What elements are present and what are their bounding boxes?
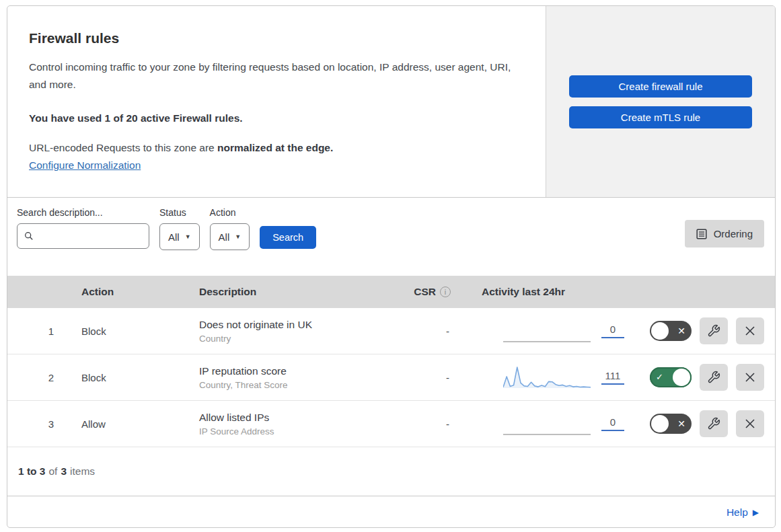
search-icon [24, 231, 34, 241]
wrench-icon [707, 417, 720, 430]
usage-summary: You have used 1 of 20 active Firewall ru… [29, 112, 519, 124]
activity-sparkline [503, 319, 591, 343]
rule-activity-cell: 0 [459, 319, 620, 343]
search-input-box[interactable] [17, 223, 149, 249]
normalization-note-text: URL-encoded Requests to this zone are [29, 142, 217, 153]
create-firewall-rule-button[interactable]: Create firewall rule [569, 75, 752, 98]
help-link[interactable]: Help ▶ [727, 506, 759, 519]
close-icon [744, 371, 756, 383]
ordering-button-label: Ordering [714, 228, 753, 239]
delete-rule-button[interactable] [736, 410, 764, 437]
close-icon [744, 325, 756, 337]
table-row: 1 Block Does not originate in UK Country… [7, 308, 775, 354]
check-icon: ✓ [656, 372, 663, 382]
help-row: Help ▶ [7, 496, 775, 528]
create-mtls-rule-button[interactable]: Create mTLS rule [569, 106, 752, 128]
activity-sparkline [503, 365, 591, 389]
list-document-icon [696, 229, 707, 239]
pagination-range: 1 to 3 [18, 465, 45, 478]
action-filter-group: Action All ▼ [210, 207, 250, 250]
page-title: Firewall rules [29, 30, 519, 46]
action-dropdown-value: All [219, 231, 230, 243]
rule-action: Allow [68, 418, 186, 430]
col-csr: CSR i [392, 286, 459, 298]
normalization-note: URL-encoded Requests to this zone are no… [29, 142, 519, 154]
rule-enabled-toggle[interactable]: ✓ ✕ [650, 367, 692, 387]
rule-controls: ✓ ✕ [620, 317, 775, 344]
rule-enabled-toggle[interactable]: ✓ ✕ [650, 414, 692, 434]
pagination-total: 3 [61, 465, 67, 478]
activity-sparkline [503, 412, 591, 436]
wrench-icon [707, 324, 720, 338]
table-header: Action Description CSR i Activity last 2… [7, 276, 775, 308]
x-icon: ✕ [677, 418, 685, 429]
pagination-summary: 1 to 3 of 3 items [7, 447, 775, 496]
firewall-rules-card: Firewall rules Control incoming traffic … [7, 5, 776, 528]
col-action: Action [68, 286, 186, 298]
edit-rule-button[interactable] [700, 364, 728, 391]
rule-activity-cell: 0 [459, 412, 620, 436]
rule-criteria: Country [199, 334, 392, 344]
toggle-knob [651, 322, 669, 340]
page-description: Control incoming traffic to your zone by… [29, 59, 513, 93]
rule-csr-value: - [392, 326, 459, 337]
rule-description: Allow listed IPs [199, 412, 392, 424]
rule-action: Block [68, 372, 186, 383]
actions-panel: Create firewall rule Create mTLS rule [546, 6, 775, 197]
delete-rule-button[interactable] [736, 364, 764, 391]
x-icon: ✕ [677, 326, 685, 336]
delete-rule-button[interactable] [736, 317, 764, 344]
info-icon[interactable]: i [440, 287, 451, 297]
rule-description-cell: IP reputation score Country, Threat Scor… [186, 365, 392, 390]
search-button[interactable]: Search [260, 226, 316, 249]
rule-index: 2 [7, 372, 68, 383]
edit-rule-button[interactable] [700, 317, 728, 344]
search-label: Search description... [17, 207, 149, 218]
action-label: Action [210, 207, 250, 218]
pagination-items: items [70, 465, 95, 478]
status-filter-group: Status All ▼ [159, 207, 200, 250]
close-icon [744, 418, 756, 430]
rule-csr-value: - [392, 372, 459, 383]
chevron-down-icon: ▼ [185, 233, 191, 240]
rule-controls: ✓ ✕ [620, 364, 775, 391]
wrench-icon [707, 371, 720, 384]
status-dropdown-value: All [168, 231, 180, 243]
action-dropdown[interactable]: All ▼ [210, 223, 250, 250]
configure-normalization-link[interactable]: Configure Normalization [29, 159, 141, 172]
rule-csr-value: - [392, 418, 459, 430]
rule-enabled-toggle[interactable]: ✓ ✕ [650, 321, 692, 341]
col-activity: Activity last 24hr [459, 286, 620, 298]
edit-rule-button[interactable] [700, 410, 728, 437]
col-csr-label: CSR [414, 286, 436, 298]
ordering-button[interactable]: Ordering [685, 220, 764, 248]
filter-bar: Search description... Status All ▼ Actio… [7, 198, 775, 276]
normalization-note-bold: normalized at the edge. [217, 142, 333, 153]
header-section: Firewall rules Control incoming traffic … [7, 6, 775, 198]
pagination-of: of [48, 465, 57, 478]
table-row: 3 Allow Allow listed IPs IP Source Addre… [7, 401, 775, 447]
rule-description: IP reputation score [199, 365, 392, 377]
rule-criteria: IP Source Address [199, 426, 392, 436]
rule-index: 1 [7, 326, 68, 337]
arrow-right-icon: ▶ [753, 508, 759, 517]
status-dropdown[interactable]: All ▼ [159, 223, 200, 250]
chevron-down-icon: ▼ [235, 233, 241, 240]
rule-index: 3 [7, 418, 68, 430]
table-row: 2 Block IP reputation score Country, Thr… [7, 354, 775, 401]
search-input[interactable] [39, 231, 142, 241]
rule-description: Does not originate in UK [199, 319, 392, 331]
header-text-block: Firewall rules Control incoming traffic … [7, 6, 546, 197]
status-label: Status [159, 207, 200, 218]
col-description: Description [186, 286, 392, 298]
toggle-knob [651, 415, 669, 432]
rule-criteria: Country, Threat Score [199, 380, 392, 390]
search-group: Search description... [17, 207, 149, 249]
help-link-label: Help [727, 506, 748, 519]
rule-action: Block [68, 326, 186, 337]
rule-description-cell: Does not originate in UK Country [186, 319, 392, 344]
rule-description-cell: Allow listed IPs IP Source Address [186, 412, 392, 436]
rule-activity-cell: 111 [459, 365, 620, 389]
rule-controls: ✓ ✕ [620, 410, 775, 437]
toggle-knob [673, 369, 690, 386]
